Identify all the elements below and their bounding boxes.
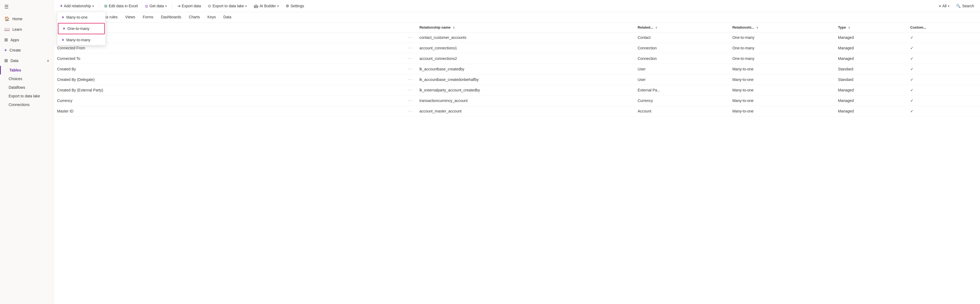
- sidebar-create-label: Create: [10, 48, 21, 52]
- add-relationship-plus-icon: +: [60, 3, 62, 8]
- search-button[interactable]: 🔍 Search: [953, 2, 977, 10]
- cell-row-dots[interactable]: ···: [404, 85, 416, 96]
- col-display-name[interactable]: Display name ↑ ∨: [54, 22, 404, 32]
- cell-display-name: Connected From: [54, 43, 404, 53]
- cell-related: User: [635, 64, 729, 74]
- cell-related: Currency: [635, 96, 729, 106]
- create-icon: +: [4, 48, 7, 53]
- cell-relationship-type: Many-to-one: [729, 74, 835, 85]
- cell-custom: ✓: [907, 32, 980, 43]
- data-icon: ⊞: [4, 58, 8, 63]
- cell-custom: ✓: [907, 64, 980, 74]
- add-relationship-dropdown-container: + Add relationship ▾ + Many-to-one + One…: [57, 2, 97, 10]
- filter-lines-icon: ≡: [939, 4, 941, 8]
- sidebar-sub-dataflows[interactable]: Dataflows: [0, 83, 54, 92]
- sidebar-item-learn[interactable]: 📖 Learn: [0, 24, 54, 35]
- cell-row-dots[interactable]: ···: [404, 74, 416, 85]
- cell-relationship-type: Many-to-one: [729, 64, 835, 74]
- get-data-button[interactable]: ◎ Get data ▾: [142, 2, 170, 10]
- apps-icon: ⊞: [4, 37, 8, 42]
- cell-row-dots[interactable]: ···: [404, 96, 416, 106]
- export-data-button[interactable]: ⇥ Export data: [174, 2, 204, 10]
- cell-relationship-type: One-to-many: [729, 32, 835, 43]
- cell-relationship-type: One-to-many: [729, 53, 835, 64]
- cell-row-dots[interactable]: ···: [404, 64, 416, 74]
- many-to-many-option[interactable]: + Many-to-many: [57, 35, 105, 45]
- tab-dashboards[interactable]: Dashboards: [157, 12, 185, 22]
- relationships-table: Display name ↑ ∨ Relationship name ∨ Rel…: [54, 22, 980, 117]
- cell-custom: ✓: [907, 74, 980, 85]
- search-icon: 🔍: [956, 4, 961, 8]
- tab-keys[interactable]: Keys: [204, 12, 220, 22]
- cell-relationship-name: account_connections2: [416, 53, 634, 64]
- cell-display-name: Currency: [54, 96, 404, 106]
- ai-builder-label: AI Builder: [259, 4, 276, 8]
- ai-builder-chevron-icon: ▾: [277, 5, 279, 8]
- cell-display-name: Connected To: [54, 53, 404, 64]
- table-row: Created By (External Party) ··· lk_exter…: [54, 85, 980, 96]
- sidebar-item-create[interactable]: + Create: [0, 45, 54, 55]
- sidebar-item-data[interactable]: ⊞ Data ∧: [0, 55, 54, 66]
- relationship-dropdown-menu: + Many-to-one + One-to-many + Many-to-ma…: [57, 12, 105, 45]
- col-relationship-type[interactable]: Relationshi... ∨: [729, 22, 835, 32]
- sidebar-sub-export-data-lake[interactable]: Export to data lake: [0, 92, 54, 100]
- get-data-chevron-icon: ▾: [165, 5, 167, 8]
- cell-relationship-name: lk_accountbase_createdby: [416, 64, 634, 74]
- tab-data[interactable]: Data: [220, 12, 235, 22]
- rel-type-sort-icon: ∨: [756, 26, 758, 29]
- tab-forms[interactable]: Forms: [139, 12, 157, 22]
- many-to-many-plus-icon: +: [62, 37, 64, 42]
- cell-related: Connection: [635, 53, 729, 64]
- col-related[interactable]: Related... ∨: [635, 22, 729, 32]
- sidebar-item-apps[interactable]: ⊞ Apps: [0, 35, 54, 45]
- sidebar-sub-tables[interactable]: Tables: [0, 66, 54, 74]
- export-data-lake-button[interactable]: ⊙ Export to data lake ▾: [205, 2, 250, 10]
- edit-excel-button[interactable]: ⊞ Edit data in Excel: [101, 2, 141, 10]
- tab-charts[interactable]: Charts: [185, 12, 204, 22]
- toolbar-divider-1: [99, 3, 99, 9]
- sidebar-item-home[interactable]: 🏠 Home: [0, 13, 54, 24]
- tabs-bar: Relationships Business rules Views Forms…: [54, 12, 980, 22]
- edit-excel-label: Edit data in Excel: [109, 4, 138, 8]
- hamburger-icon[interactable]: ☰: [0, 0, 54, 13]
- cell-custom: ✓: [907, 43, 980, 53]
- ai-builder-button[interactable]: 🤖 AI Builder ▾: [251, 2, 282, 10]
- home-icon: 🏠: [4, 16, 10, 21]
- one-to-many-option[interactable]: + One-to-many: [58, 23, 105, 34]
- cell-relationship-name: transactioncurrency_account: [416, 96, 634, 106]
- cell-display-name: Created By: [54, 64, 404, 74]
- cell-custom: ✓: [907, 96, 980, 106]
- cell-row-dots[interactable]: ···: [404, 32, 416, 43]
- col-relationship-name[interactable]: Relationship name ∨: [416, 22, 634, 32]
- sidebar-sub-choices[interactable]: Choices: [0, 74, 54, 83]
- many-to-one-option[interactable]: + Many-to-one: [57, 12, 105, 22]
- cell-relationship-type: Many-to-one: [729, 96, 835, 106]
- cell-row-dots[interactable]: ···: [404, 53, 416, 64]
- col-custom[interactable]: Custom...: [907, 22, 980, 32]
- cell-display-name: Company Name: [54, 32, 404, 43]
- cell-related: Contact: [635, 32, 729, 43]
- one-to-many-label: One-to-many: [67, 26, 89, 31]
- cell-type: Managed: [835, 32, 907, 43]
- cell-relationship-name: contact_customer_accounts: [416, 32, 634, 43]
- add-relationship-button[interactable]: + Add relationship ▾: [57, 2, 97, 10]
- cell-relationship-type: One-to-many: [729, 43, 835, 53]
- settings-label: Settings: [291, 4, 304, 8]
- col-dots: [404, 22, 416, 32]
- col-type[interactable]: Type ∨: [835, 22, 907, 32]
- all-chevron-icon: ▾: [948, 5, 949, 8]
- settings-button[interactable]: ⚙ Settings: [283, 2, 307, 10]
- many-to-one-plus-icon: +: [62, 15, 64, 20]
- settings-icon: ⚙: [286, 4, 289, 8]
- cell-row-dots[interactable]: ···: [404, 106, 416, 117]
- cell-row-dots[interactable]: ···: [404, 43, 416, 53]
- tab-views[interactable]: Views: [121, 12, 139, 22]
- sidebar-sub-connections[interactable]: Connections: [0, 100, 54, 109]
- one-to-many-plus-icon: +: [63, 26, 65, 31]
- cell-display-name: Created By (Delegate): [54, 74, 404, 85]
- export-data-icon: ⇥: [177, 4, 180, 8]
- all-filter-button[interactable]: ≡ All ▾: [936, 2, 952, 10]
- cell-type: Standard: [835, 74, 907, 85]
- table-row: Connected From ··· account_connections1 …: [54, 43, 980, 53]
- cell-related: External Pa...: [635, 85, 729, 96]
